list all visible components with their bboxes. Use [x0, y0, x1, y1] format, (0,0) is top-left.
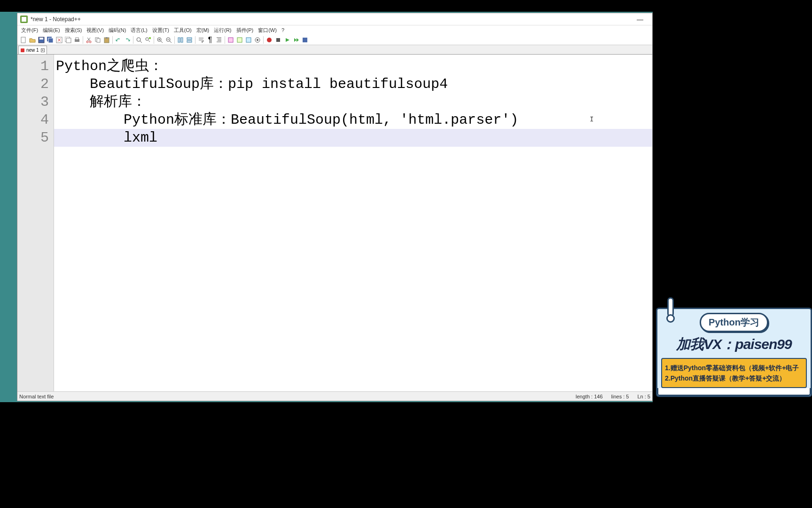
svg-rect-0 — [21, 37, 25, 43]
menu-edit[interactable]: 编辑(E) — [41, 27, 62, 34]
sync-v-icon[interactable] — [176, 36, 185, 44]
promo-card: Python学习 加我VX：paisen99 1.赠送Python零基础资料包（… — [656, 308, 812, 397]
svg-rect-32 — [303, 38, 307, 42]
play-macro-icon[interactable] — [283, 36, 291, 44]
print-icon[interactable] — [73, 36, 81, 44]
promo-badge: Python学习 — [700, 313, 768, 332]
svg-point-29 — [257, 39, 258, 41]
menubar: 文件(F) 编辑(E) 搜索(S) 视图(V) 编码(N) 语言(L) 设置(T… — [17, 25, 652, 35]
status-ln: Ln : 5 — [637, 394, 650, 399]
minimize-button[interactable]: — — [631, 16, 649, 23]
promo-bullet-2: 2.Python直播答疑课（教学+答疑+交流） — [665, 373, 803, 383]
svg-rect-21 — [178, 38, 180, 42]
status-lines: lines : 5 — [611, 394, 629, 399]
menu-help[interactable]: ? — [280, 27, 286, 33]
promo-wechat: 加我VX：paisen99 — [661, 335, 807, 354]
copy-icon[interactable] — [94, 36, 102, 44]
svg-point-17 — [146, 38, 148, 40]
find-icon[interactable] — [135, 36, 143, 44]
show-all-chars-icon[interactable]: ¶ — [206, 36, 214, 44]
toolbar-separator — [174, 36, 175, 44]
line-number: 1 — [17, 57, 49, 75]
indent-guide-icon[interactable] — [215, 36, 223, 44]
save-all-icon[interactable] — [46, 36, 55, 44]
code-line: Python之爬虫： — [54, 57, 652, 75]
playback-multi-icon[interactable] — [292, 36, 300, 44]
line-number-gutter: 1 2 3 4 5 — [17, 55, 54, 393]
doc-map-icon[interactable] — [244, 36, 253, 44]
unsaved-indicator-icon — [21, 48, 24, 52]
svg-rect-4 — [48, 38, 53, 43]
record-macro-icon[interactable] — [265, 36, 273, 44]
stop-macro-icon[interactable] — [274, 36, 282, 44]
cut-icon[interactable] — [85, 36, 93, 44]
toolbar-separator — [263, 36, 264, 44]
toolbar-separator — [195, 36, 195, 44]
line-number: 2 — [17, 75, 49, 93]
monitoring-icon[interactable] — [253, 36, 262, 44]
zoom-in-icon[interactable] — [156, 36, 164, 44]
paste-icon[interactable] — [102, 36, 111, 44]
window-title: *new 1 - Notepad++ — [31, 16, 81, 23]
menu-language[interactable]: 语言(L) — [129, 27, 149, 34]
toolbar-separator — [154, 36, 154, 44]
code-area[interactable]: Python之爬虫： BeautifulSoup库：pip install be… — [54, 55, 652, 393]
tab-new1[interactable]: new 1 × — [18, 46, 47, 54]
editor: 1 2 3 4 5 Python之爬虫： BeautifulSoup库：pip … — [17, 55, 652, 393]
svg-rect-27 — [246, 38, 251, 42]
promo-benefits: 1.赠送Python零基础资料包（视频+软件+电子 2.Python直播答疑课（… — [661, 358, 807, 388]
svg-rect-15 — [106, 37, 108, 39]
svg-rect-24 — [187, 40, 192, 42]
notepadpp-window: *new 1 - Notepad++ — 文件(F) 编辑(E) 搜索(S) 视… — [17, 13, 653, 401]
svg-rect-26 — [237, 38, 242, 42]
undo-icon[interactable] — [114, 36, 123, 44]
menu-settings[interactable]: 设置(T) — [150, 27, 171, 34]
menu-window[interactable]: 窗口(W) — [256, 27, 279, 34]
folder-tree-icon[interactable] — [235, 36, 244, 44]
replace-icon[interactable] — [144, 36, 152, 44]
promo-bullet-1: 1.赠送Python零基础资料包（视频+软件+电子 — [665, 363, 803, 373]
toolbar-separator — [133, 36, 133, 44]
toolbar-separator — [112, 36, 113, 44]
svg-point-16 — [137, 38, 141, 41]
menu-encoding[interactable]: 编码(N) — [107, 27, 128, 34]
wordwrap-icon[interactable] — [197, 36, 205, 44]
function-list-icon[interactable] — [226, 36, 235, 44]
tab-close-icon[interactable]: × — [41, 48, 45, 52]
menu-macro[interactable]: 宏(M) — [195, 27, 211, 34]
svg-rect-22 — [181, 38, 183, 42]
toolbar-separator — [225, 36, 225, 44]
sync-h-icon[interactable] — [185, 36, 194, 44]
close-icon[interactable] — [55, 36, 63, 44]
text-cursor-icon: I — [590, 116, 593, 123]
promo-footer-strip — [657, 388, 811, 396]
statusbar: Normal text file length : 146 lines : 5 … — [17, 391, 652, 401]
menu-search[interactable]: 搜索(S) — [63, 27, 84, 34]
redo-icon[interactable] — [123, 36, 132, 44]
line-number: 4 — [17, 111, 49, 129]
clip-hole-icon — [666, 314, 675, 323]
tab-label: new 1 — [26, 48, 39, 53]
toolbar-separator — [83, 36, 83, 44]
code-line: 解析库： — [54, 93, 652, 111]
zoom-out-icon[interactable] — [164, 36, 173, 44]
tab-bar: new 1 × — [17, 45, 652, 55]
toolbar: ¶ — [17, 35, 652, 45]
code-line: Python标准库：BeautifulSoup(html, 'html.pars… — [54, 111, 652, 129]
close-all-icon[interactable] — [64, 36, 72, 44]
status-length: length : 146 — [576, 394, 603, 399]
save-icon[interactable] — [37, 36, 46, 44]
status-filetype: Normal text file — [19, 394, 54, 399]
menu-view[interactable]: 视图(V) — [85, 27, 106, 34]
menu-plugins[interactable]: 插件(P) — [234, 27, 256, 34]
svg-rect-25 — [228, 38, 233, 42]
new-file-icon[interactable] — [19, 36, 28, 44]
menu-run[interactable]: 运行(R) — [212, 27, 233, 34]
open-file-icon[interactable] — [28, 36, 37, 44]
save-macro-icon[interactable] — [301, 36, 309, 44]
menu-tools[interactable]: 工具(O) — [172, 27, 194, 34]
menu-file[interactable]: 文件(F) — [19, 27, 40, 34]
svg-rect-2 — [39, 38, 43, 40]
svg-rect-13 — [97, 39, 100, 42]
code-line: BeautifulSoup库：pip install beautifulsoup… — [54, 75, 652, 93]
